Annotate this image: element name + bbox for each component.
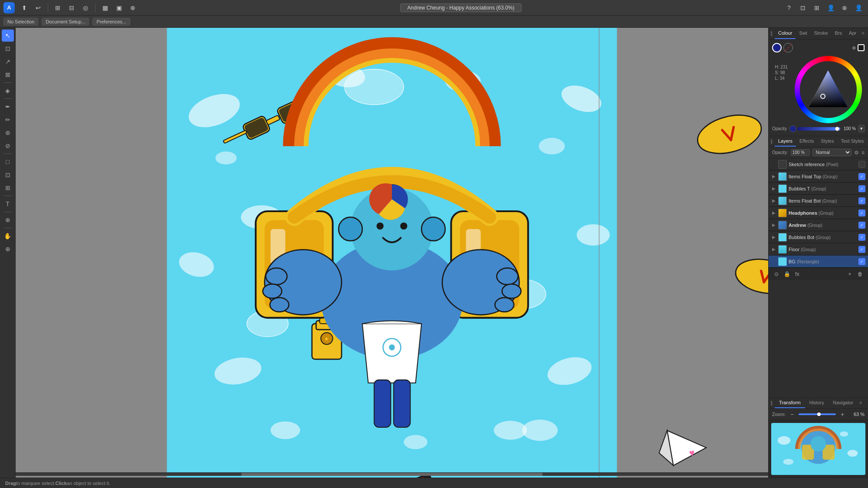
profile-icon[interactable]: 👤 [825, 2, 837, 14]
color-triangle-svg[interactable] [806, 68, 850, 111]
layer-items-float-top[interactable]: ▶ Items Float Top (Group) ✓ [769, 170, 868, 183]
zoom-plus-btn[interactable]: + [838, 410, 846, 418]
share-right-btn[interactable]: 👤 [852, 2, 865, 14]
fit-icon[interactable]: ⊡ [797, 2, 809, 14]
erase-tool-btn[interactable]: ⊘ [2, 140, 14, 152]
arrange-icon[interactable]: ⊞ [52, 2, 64, 14]
color-swatch-blue[interactable] [772, 43, 782, 52]
thumbnail-preview[interactable] [771, 423, 865, 475]
nav-btn[interactable]: ⊞ [811, 2, 823, 14]
layers-gear-btn[interactable]: ⚙ [854, 150, 859, 156]
layer-expand-5[interactable]: ▶ [771, 223, 776, 228]
undo-icon[interactable]: ↩ [32, 2, 44, 14]
document-title[interactable] [400, 3, 522, 12]
color-swatch-none[interactable] [783, 43, 793, 52]
opacity-toggle-btn[interactable]: ▾ [858, 125, 865, 132]
grid-tool-btn[interactable]: ⊞ [2, 182, 14, 194]
panel-menu-icon[interactable]: ≡ [860, 28, 866, 39]
layer-expand-0[interactable] [771, 162, 776, 167]
layer-vis-8[interactable]: ✓ [858, 258, 865, 265]
zoom-slider[interactable] [799, 413, 836, 415]
layer-vis-7[interactable]: ✓ [858, 246, 865, 253]
layer-delete-btn[interactable]: 🗑 [856, 270, 865, 278]
fill-tool-btn[interactable]: ◈ [2, 85, 14, 97]
eyedropper-tool-btn[interactable]: ⊕ [2, 214, 14, 226]
layer-sketch-reference[interactable]: Sketch reference (Pixel) [769, 158, 868, 170]
studio-icon[interactable]: ⊕ [838, 2, 851, 14]
shape-tool-btn[interactable]: □ [2, 156, 14, 168]
layer-bubbles-bot[interactable]: ▶ Bubbles Bot (Group) ✓ [769, 231, 868, 243]
crop-tool-btn[interactable]: ⊠ [2, 69, 14, 81]
pencil-tool-btn[interactable]: ✏ [2, 114, 14, 126]
help-btn[interactable]: ? [783, 2, 795, 14]
layer-expand-6[interactable]: ▶ [771, 235, 776, 240]
zoom-tool-btn[interactable]: ⊕ [2, 243, 14, 255]
layout-icon[interactable]: ⊟ [66, 2, 78, 14]
vector-icon[interactable]: ⊕ [127, 2, 139, 14]
layer-vis-3[interactable]: ✓ [858, 197, 865, 204]
layers-collapse-icon[interactable]: ‖ [769, 136, 775, 147]
tab-stroke[interactable]: Stroke [811, 28, 832, 39]
layer-circle-btn[interactable]: ⊙ [772, 270, 781, 278]
scroll-indicator[interactable] [16, 472, 768, 476]
tab-swt[interactable]: Swt [796, 28, 810, 39]
layer-headphones[interactable]: ▶ Headphones (Group) ✓ [769, 207, 868, 219]
preferences-btn[interactable]: Preferences... [92, 18, 130, 26]
pixel-icon[interactable]: ▣ [113, 2, 125, 14]
node-tool-btn[interactable]: ⊡ [2, 43, 14, 55]
view-icon[interactable]: ◎ [79, 2, 92, 14]
layer-add-btn[interactable]: + [845, 270, 854, 278]
tab-styles[interactable]: Styles [817, 136, 837, 147]
image-tool-btn[interactable]: ⊡ [2, 169, 14, 181]
layer-expand-1[interactable]: ▶ [771, 174, 776, 179]
layer-expand-4[interactable]: ▶ [771, 210, 776, 216]
layer-bg[interactable]: BG (Rectangle) ✓ [769, 255, 868, 268]
blend-mode-select[interactable]: Normal Multiply Screen Overlay [812, 149, 852, 156]
zoom-minus-btn[interactable]: − [788, 410, 796, 418]
layers-options-btn[interactable]: ≡ [861, 150, 865, 156]
canvas-area[interactable]: ★ [16, 28, 768, 478]
panel-collapse-icon[interactable]: ‖ [769, 28, 775, 39]
color-swatch-black[interactable] [858, 44, 865, 51]
layers-opacity-input[interactable] [791, 149, 810, 156]
layer-vis-1[interactable]: ✓ [858, 173, 865, 180]
tab-colour[interactable]: Colour [775, 28, 796, 39]
tab-apr[interactable]: Apr [845, 28, 860, 39]
export-icon[interactable]: ▦ [99, 2, 111, 14]
tab-history[interactable]: History [805, 398, 829, 408]
text-tool-btn[interactable]: T [2, 198, 14, 210]
tab-transform[interactable]: Transform [775, 398, 805, 408]
layer-vis-6[interactable]: ✓ [858, 234, 865, 241]
layer-lock-btn[interactable]: 🔒 [783, 270, 791, 278]
tab-effects[interactable]: Effects [796, 136, 817, 147]
layer-expand-3[interactable]: ▶ [771, 198, 776, 203]
tab-brs[interactable]: Brs [832, 28, 846, 39]
layer-vis-2[interactable]: ✓ [858, 185, 865, 192]
layer-vis-5[interactable]: ✓ [858, 222, 865, 229]
layer-andrew[interactable]: ▶ Andrew (Group) ✓ [769, 219, 868, 231]
move-tool-btn[interactable]: ↖ [2, 29, 14, 42]
opacity-slider[interactable] [797, 127, 840, 131]
layer-vis-4[interactable]: ✓ [858, 210, 865, 216]
share-icon[interactable]: ⬆ [18, 2, 30, 14]
document-setup-btn[interactable]: Document Setup... [42, 18, 89, 26]
layer-items-float-bot[interactable]: ▶ Items Float Bot (Group) ✓ [769, 195, 868, 207]
brush-tool-btn[interactable]: ⊛ [2, 127, 14, 139]
layer-expand-2[interactable]: ▶ [771, 186, 776, 191]
tab-text-styles[interactable]: Text Styles [837, 136, 867, 147]
app-logo[interactable]: A [3, 2, 15, 13]
layer-expand-7[interactable]: ▶ [771, 247, 776, 252]
hand-tool-btn[interactable]: ✋ [2, 230, 14, 242]
eyedropper-btn[interactable]: ⊕ [852, 45, 856, 51]
tab-navigator[interactable]: Navigator [829, 398, 858, 408]
pen-tool-btn[interactable]: ✒ [2, 101, 14, 113]
bottom-menu-icon[interactable]: ≡ [858, 398, 864, 408]
layer-bubbles-t[interactable]: ▶ Bubbles T (Group) ✓ [769, 183, 868, 195]
transform-tool-btn[interactable]: ↗ [2, 56, 14, 68]
layer-vis-0[interactable] [858, 161, 865, 168]
layer-floor[interactable]: ▶ Floor (Group) ✓ [769, 243, 868, 255]
tab-layers[interactable]: Layers [775, 136, 796, 147]
layer-fx-btn[interactable]: fx [793, 270, 802, 278]
bottom-collapse-icon[interactable]: ‖ [769, 398, 775, 408]
no-selection-btn[interactable]: No Selection [3, 18, 38, 26]
